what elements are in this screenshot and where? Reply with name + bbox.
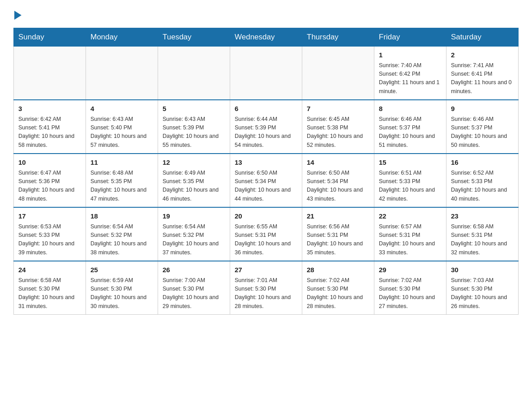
day-number: 29 (379, 265, 442, 275)
day-number: 13 (235, 158, 297, 168)
calendar-cell: 5Sunrise: 6:43 AMSunset: 5:39 PMDaylight… (158, 100, 230, 154)
day-info: Sunrise: 7:41 AMSunset: 6:41 PMDaylight:… (451, 61, 514, 96)
calendar-cell: 18Sunrise: 6:54 AMSunset: 5:32 PMDayligh… (86, 207, 158, 261)
calendar-cell: 15Sunrise: 6:51 AMSunset: 5:33 PMDayligh… (374, 154, 446, 207)
day-number: 20 (235, 211, 297, 222)
logo (13, 9, 21, 19)
day-number: 18 (90, 211, 153, 222)
day-number: 15 (379, 158, 442, 168)
day-info: Sunrise: 6:57 AMSunset: 5:31 PMDaylight:… (379, 223, 442, 257)
calendar-cell: 24Sunrise: 6:58 AMSunset: 5:30 PMDayligh… (14, 261, 86, 315)
day-info: Sunrise: 6:46 AMSunset: 5:37 PMDaylight:… (379, 115, 442, 150)
calendar-cell: 13Sunrise: 6:50 AMSunset: 5:34 PMDayligh… (230, 154, 302, 207)
calendar-cell (302, 47, 374, 100)
calendar-cell: 26Sunrise: 7:00 AMSunset: 5:30 PMDayligh… (158, 261, 230, 315)
day-info: Sunrise: 6:43 AMSunset: 5:40 PMDaylight:… (90, 115, 153, 150)
logo-arrow-icon (14, 11, 21, 20)
day-info: Sunrise: 6:42 AMSunset: 5:41 PMDaylight:… (18, 115, 81, 150)
day-number: 8 (379, 104, 442, 114)
day-info: Sunrise: 6:47 AMSunset: 5:36 PMDaylight:… (18, 169, 81, 204)
calendar-cell: 30Sunrise: 7:03 AMSunset: 5:30 PMDayligh… (446, 261, 519, 315)
day-info: Sunrise: 7:02 AMSunset: 5:30 PMDaylight:… (307, 276, 369, 311)
day-info: Sunrise: 7:01 AMSunset: 5:30 PMDaylight:… (235, 276, 297, 311)
day-number: 30 (451, 265, 514, 275)
day-info: Sunrise: 6:53 AMSunset: 5:33 PMDaylight:… (18, 223, 81, 257)
day-number: 7 (307, 104, 369, 114)
day-info: Sunrise: 6:52 AMSunset: 5:33 PMDaylight:… (451, 169, 514, 204)
calendar-cell: 4Sunrise: 6:43 AMSunset: 5:40 PMDaylight… (86, 100, 158, 154)
day-info: Sunrise: 6:50 AMSunset: 5:34 PMDaylight:… (307, 169, 369, 204)
day-number: 27 (235, 265, 297, 275)
calendar-cell: 11Sunrise: 6:48 AMSunset: 5:35 PMDayligh… (86, 154, 158, 207)
day-number: 19 (163, 211, 225, 222)
calendar-cell: 19Sunrise: 6:54 AMSunset: 5:32 PMDayligh… (158, 207, 230, 261)
day-info: Sunrise: 6:55 AMSunset: 5:31 PMDaylight:… (235, 223, 297, 257)
day-info: Sunrise: 6:45 AMSunset: 5:38 PMDaylight:… (307, 115, 369, 150)
day-number: 26 (163, 265, 225, 275)
calendar-cell: 1Sunrise: 7:40 AMSunset: 6:42 PMDaylight… (374, 47, 446, 100)
day-info: Sunrise: 6:58 AMSunset: 5:30 PMDaylight:… (18, 276, 81, 311)
day-number: 12 (163, 158, 225, 168)
calendar-cell: 9Sunrise: 6:46 AMSunset: 5:37 PMDaylight… (446, 100, 519, 154)
calendar-cell: 7Sunrise: 6:45 AMSunset: 5:38 PMDaylight… (302, 100, 374, 154)
day-number: 3 (18, 104, 81, 114)
day-info: Sunrise: 6:54 AMSunset: 5:32 PMDaylight:… (90, 223, 153, 257)
day-number: 28 (307, 265, 369, 275)
calendar-cell (158, 47, 230, 100)
day-info: Sunrise: 6:56 AMSunset: 5:31 PMDaylight:… (307, 223, 369, 257)
calendar-cell: 23Sunrise: 6:58 AMSunset: 5:31 PMDayligh… (446, 207, 519, 261)
header-day-saturday: Saturday (446, 28, 519, 47)
calendar-cell: 16Sunrise: 6:52 AMSunset: 5:33 PMDayligh… (446, 154, 519, 207)
day-number: 9 (451, 104, 514, 114)
day-info: Sunrise: 7:00 AMSunset: 5:30 PMDaylight:… (163, 276, 225, 311)
calendar-cell: 8Sunrise: 6:46 AMSunset: 5:37 PMDaylight… (374, 100, 446, 154)
day-info: Sunrise: 6:49 AMSunset: 5:35 PMDaylight:… (163, 169, 225, 204)
calendar-cell: 12Sunrise: 6:49 AMSunset: 5:35 PMDayligh… (158, 154, 230, 207)
day-info: Sunrise: 6:44 AMSunset: 5:39 PMDaylight:… (235, 115, 297, 150)
day-info: Sunrise: 7:03 AMSunset: 5:30 PMDaylight:… (451, 276, 514, 311)
week-row-1: 1Sunrise: 7:40 AMSunset: 6:42 PMDaylight… (14, 47, 519, 100)
calendar-cell: 14Sunrise: 6:50 AMSunset: 5:34 PMDayligh… (302, 154, 374, 207)
header-day-wednesday: Wednesday (230, 28, 302, 47)
day-info: Sunrise: 6:50 AMSunset: 5:34 PMDaylight:… (235, 169, 297, 204)
header-day-thursday: Thursday (302, 28, 374, 47)
calendar-cell: 20Sunrise: 6:55 AMSunset: 5:31 PMDayligh… (230, 207, 302, 261)
calendar-cell: 28Sunrise: 7:02 AMSunset: 5:30 PMDayligh… (302, 261, 374, 315)
day-info: Sunrise: 6:46 AMSunset: 5:37 PMDaylight:… (451, 115, 514, 150)
calendar-cell: 2Sunrise: 7:41 AMSunset: 6:41 PMDaylight… (446, 47, 519, 100)
calendar-cell: 27Sunrise: 7:01 AMSunset: 5:30 PMDayligh… (230, 261, 302, 315)
calendar-cell: 10Sunrise: 6:47 AMSunset: 5:36 PMDayligh… (14, 154, 86, 207)
calendar-cell: 21Sunrise: 6:56 AMSunset: 5:31 PMDayligh… (302, 207, 374, 261)
header-row: SundayMondayTuesdayWednesdayThursdayFrid… (14, 28, 519, 47)
calendar-cell: 22Sunrise: 6:57 AMSunset: 5:31 PMDayligh… (374, 207, 446, 261)
day-number: 4 (90, 104, 153, 114)
day-number: 17 (18, 211, 81, 222)
day-number: 1 (379, 50, 442, 60)
day-number: 11 (90, 158, 153, 168)
header-day-sunday: Sunday (14, 28, 86, 47)
week-row-5: 24Sunrise: 6:58 AMSunset: 5:30 PMDayligh… (14, 261, 519, 315)
header-day-tuesday: Tuesday (158, 28, 230, 47)
day-info: Sunrise: 7:02 AMSunset: 5:30 PMDaylight:… (379, 276, 442, 311)
calendar-cell (230, 47, 302, 100)
day-info: Sunrise: 6:48 AMSunset: 5:35 PMDaylight:… (90, 169, 153, 204)
day-number: 14 (307, 158, 369, 168)
calendar-cell: 29Sunrise: 7:02 AMSunset: 5:30 PMDayligh… (374, 261, 446, 315)
day-number: 23 (451, 211, 514, 222)
day-info: Sunrise: 6:59 AMSunset: 5:30 PMDaylight:… (90, 276, 153, 311)
day-info: Sunrise: 6:58 AMSunset: 5:31 PMDaylight:… (451, 223, 514, 257)
day-number: 16 (451, 158, 514, 168)
week-row-4: 17Sunrise: 6:53 AMSunset: 5:33 PMDayligh… (14, 207, 519, 261)
day-info: Sunrise: 6:51 AMSunset: 5:33 PMDaylight:… (379, 169, 442, 204)
day-number: 6 (235, 104, 297, 114)
header-day-monday: Monday (86, 28, 158, 47)
day-number: 2 (451, 50, 514, 60)
header (13, 9, 519, 19)
calendar-cell: 3Sunrise: 6:42 AMSunset: 5:41 PMDaylight… (14, 100, 86, 154)
calendar-cell: 17Sunrise: 6:53 AMSunset: 5:33 PMDayligh… (14, 207, 86, 261)
day-number: 10 (18, 158, 81, 168)
day-number: 25 (90, 265, 153, 275)
day-number: 24 (18, 265, 81, 275)
calendar-cell: 6Sunrise: 6:44 AMSunset: 5:39 PMDaylight… (230, 100, 302, 154)
day-info: Sunrise: 7:40 AMSunset: 6:42 PMDaylight:… (379, 61, 442, 96)
